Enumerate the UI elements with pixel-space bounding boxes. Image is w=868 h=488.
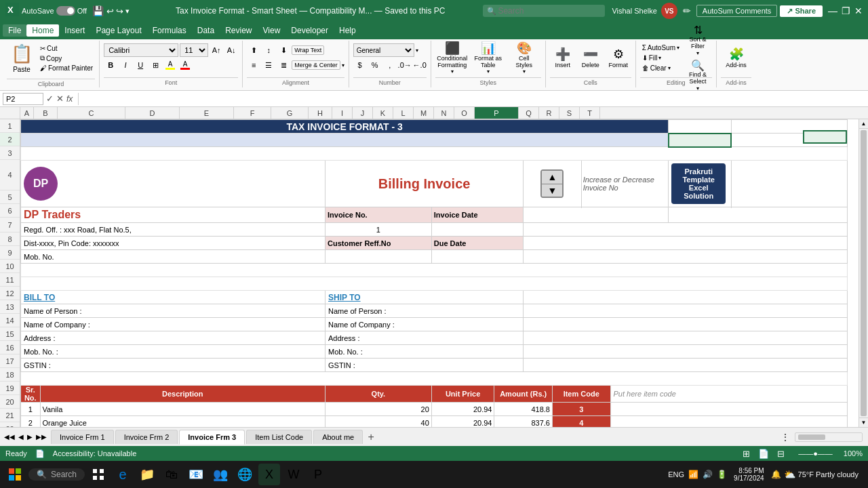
col-G[interactable]: G (271, 107, 309, 119)
add-sheet-button[interactable]: + (364, 430, 378, 444)
delete-cell-button[interactable]: ➖ Delete (578, 40, 604, 75)
menu-help[interactable]: Help (334, 24, 361, 37)
comma-button[interactable]: , (383, 58, 397, 72)
col-M[interactable]: M (414, 107, 434, 119)
restore-button[interactable]: ❐ (842, 5, 850, 16)
number-format-select[interactable]: General (353, 43, 414, 57)
pen-icon[interactable]: ✏ (683, 5, 691, 16)
col-I[interactable]: I (332, 107, 353, 119)
autosave-toggle[interactable] (56, 6, 75, 16)
row-num-13[interactable]: 13 (0, 300, 20, 314)
blue-bar-cell[interactable] (21, 134, 669, 147)
tab-nav-left[interactable]: ◀◀ ◀ ▶ ▶▶ (3, 432, 48, 442)
conditional-dropdown[interactable]: ▾ (451, 68, 454, 75)
col-C[interactable]: C (58, 107, 125, 119)
invoice-no-value-cell[interactable]: 1 (326, 223, 432, 237)
search-taskbar-button[interactable]: 🔍 Search (28, 468, 85, 481)
menu-formulas[interactable]: Formulas (147, 24, 192, 37)
col-E[interactable]: E (180, 107, 234, 119)
col-P[interactable]: P (475, 107, 519, 119)
amount-header[interactable]: Amount (Rs.) (494, 386, 553, 403)
addins-button[interactable]: 🧩 Add-ins (721, 40, 751, 75)
address1-cell[interactable]: Regd. Off. : xxx Road, Flat No.5, (21, 223, 326, 237)
paste-button[interactable]: 📋 Paste (7, 41, 37, 76)
col-B[interactable]: B (34, 107, 58, 119)
address2-cell[interactable]: Dist-xxxx, Pin Code: xxxxxxx (21, 237, 326, 250)
cell-styles-button[interactable]: 🎨 Cell Styles ▾ (507, 40, 541, 75)
company-name-cell[interactable]: DP Traders (21, 207, 326, 223)
wrap-text-button[interactable]: Wrap Text (292, 45, 324, 55)
decrease-decimal-button[interactable]: ←.0 (413, 58, 427, 72)
format-table-button[interactable]: 📊 Format as Table ▾ (471, 40, 505, 75)
row-num-3[interactable]: 3 (0, 146, 20, 160)
align-bottom-button[interactable]: ⬇ (277, 43, 290, 57)
mail-icon[interactable]: 📧 (185, 464, 207, 485)
weather-widget[interactable]: ⛅ 75°F Partly cloudy (784, 469, 859, 480)
word-icon[interactable]: W (283, 464, 304, 485)
tab-invoice-frm-2[interactable]: Invoice Frm 2 (115, 430, 178, 444)
logo-cell[interactable]: DP (21, 161, 326, 207)
excel-taskbar-icon[interactable]: X (258, 464, 280, 485)
find-select-button[interactable]: 🔍 Find & Select ▾ (684, 58, 712, 92)
number-format-dropdown[interactable]: ▾ (416, 47, 418, 54)
autosum-dropdown[interactable]: ▾ (677, 45, 679, 51)
tab-invoice-frm-3[interactable]: Invoice Frm 3 (179, 430, 245, 445)
formula-cancel[interactable]: ✕ (56, 94, 64, 104)
spin-up-button[interactable]: ▲ (542, 171, 562, 184)
font-increase-button[interactable]: A↑ (210, 43, 223, 57)
row-num-8[interactable]: 8 (0, 232, 20, 246)
powerpoint-icon[interactable]: P (307, 464, 329, 485)
col-K[interactable]: K (373, 107, 393, 119)
tab-options-button[interactable]: ⋮ (778, 430, 792, 444)
row-num-2[interactable]: 2 (0, 133, 20, 146)
italic-button[interactable]: I (119, 58, 132, 72)
vertical-scrollbar[interactable]: ▲ ▼ (859, 119, 868, 427)
item-code-desc-cell[interactable]: Put here item code (610, 386, 848, 403)
fill-dropdown[interactable]: ▾ (658, 55, 661, 61)
row-num-21[interactable]: 21 (0, 409, 20, 422)
mob-cell[interactable]: Mob. No. (21, 250, 326, 264)
cell-styles-dropdown[interactable]: ▾ (523, 68, 526, 75)
wifi-icon[interactable]: 📶 (688, 470, 698, 479)
save-icon[interactable]: 💾 (92, 5, 104, 16)
ship-name-person-cell[interactable]: Name of Person : (326, 304, 524, 318)
row-num-20[interactable]: 20 (0, 395, 20, 409)
edge-icon[interactable]: e (112, 464, 134, 485)
font-color-button[interactable]: A (178, 58, 192, 72)
ship-to-cell[interactable]: SHIP TO (326, 291, 524, 304)
customer-reff-label-cell[interactable]: Customer Reff.No (326, 237, 432, 250)
invoice-date-value-cell[interactable] (431, 223, 523, 237)
menu-insert[interactable]: Insert (59, 24, 90, 37)
sr-header[interactable]: Sr. No. (21, 386, 41, 403)
align-top-button[interactable]: ⬆ (247, 43, 260, 57)
redo-icon[interactable]: ↪ (116, 6, 123, 16)
sort-filter-button[interactable]: ⇅ Sort & Filter ▾ (684, 23, 712, 57)
align-center-button[interactable]: ☰ (262, 58, 275, 72)
spin-cell[interactable]: ▲ ▼ (524, 161, 582, 207)
ship-company-cell[interactable]: Name of Company : (326, 318, 524, 331)
row-num-19[interactable]: 19 (0, 382, 20, 395)
font-name-select[interactable]: Calibri (104, 43, 178, 57)
bill-name-person-cell[interactable]: Name of Person : (21, 304, 326, 318)
page-layout-button[interactable]: 📄 (758, 449, 769, 459)
tab-invoice-frm-1[interactable]: Invoice Frm 1 (51, 430, 114, 444)
row-num-16[interactable]: 16 (0, 341, 20, 354)
cell-p2-selected[interactable] (669, 134, 732, 147)
menu-home[interactable]: Home (26, 24, 59, 37)
col-J[interactable]: J (353, 107, 373, 119)
teams-icon[interactable]: 👥 (210, 464, 231, 485)
minimize-button[interactable]: — (828, 5, 837, 16)
lang-icon[interactable]: ENG (668, 470, 684, 479)
row-num-15[interactable]: 15 (0, 327, 20, 341)
row-num-9[interactable]: 9 (0, 246, 20, 260)
row-num-4[interactable]: 4 (0, 160, 20, 190)
conditional-formatting-button[interactable]: ⬛ Conditional Formatting ▾ (435, 40, 469, 75)
scroll-thumb[interactable] (861, 130, 867, 416)
search-input[interactable] (483, 5, 605, 17)
cell-reference-input[interactable] (3, 93, 43, 105)
horizontal-scrollbar[interactable] (795, 432, 863, 442)
menu-data[interactable]: Data (192, 24, 220, 37)
unit-header[interactable]: Unit Price (431, 386, 494, 403)
bold-button[interactable]: B (104, 58, 117, 72)
percent-button[interactable]: % (368, 58, 382, 72)
